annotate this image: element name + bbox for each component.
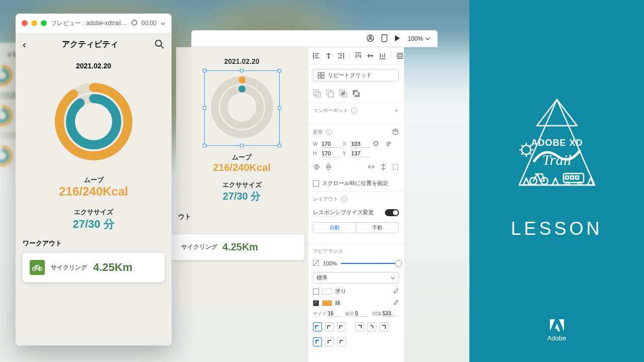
record-icon[interactable]	[131, 20, 137, 27]
svg-rect-8	[382, 35, 387, 42]
zoom-level[interactable]: 100%	[408, 35, 430, 42]
opacity-slider[interactable]	[341, 263, 399, 264]
stroke-swatch[interactable]	[322, 300, 332, 306]
seg-manual[interactable]: 手動	[356, 223, 398, 233]
layout-section-label: レイアウト	[313, 196, 338, 203]
share-icon[interactable]	[366, 34, 374, 44]
exercise-label: エクササイズ	[176, 180, 307, 190]
seg-auto[interactable]: 自動	[313, 223, 356, 233]
boolean-subtract-icon[interactable]	[326, 89, 334, 99]
svg-rect-16	[318, 76, 320, 78]
x-input[interactable]	[351, 140, 370, 148]
y-input[interactable]	[351, 150, 370, 157]
eyedropper-icon[interactable]	[393, 300, 399, 307]
stroke-align-inner-icon[interactable]	[313, 322, 322, 331]
info-icon[interactable]: i	[326, 129, 332, 135]
selected-ring-group[interactable]	[204, 70, 280, 146]
boolean-add-icon[interactable]	[313, 89, 321, 99]
window-traffic-lights[interactable]	[22, 20, 47, 26]
workout-card[interactable]: サイクリング 4.25Km	[23, 253, 165, 282]
lesson-title: LESSON	[511, 218, 602, 239]
fill-checkbox[interactable]	[313, 289, 319, 295]
activity-rings	[16, 73, 172, 168]
move-label: ムーブ	[176, 153, 307, 162]
flip-h-icon[interactable]	[313, 163, 320, 171]
mobile-preview-icon[interactable]	[381, 34, 387, 44]
workout-name-trunc: サイクリング	[181, 243, 217, 251]
boolean-intersect-icon[interactable]	[339, 89, 347, 99]
rotation-value: 0°	[386, 141, 398, 147]
stroke-gap-input[interactable]	[383, 311, 396, 317]
responsive-toggle[interactable]	[385, 209, 399, 216]
join-round-icon[interactable]	[325, 337, 334, 346]
timer-value: 00:00	[141, 20, 156, 27]
fill-swatch[interactable]	[322, 289, 332, 295]
blend-mode-value: 標準	[316, 274, 328, 282]
app-title: アクティビティ	[62, 39, 118, 50]
stroke-align-center-icon[interactable]	[325, 322, 334, 331]
boolean-exclude-icon[interactable]	[352, 89, 360, 99]
xd-preview-window: プレビュー : adobe-xdtrail-less... 00:00 ‹ アク…	[16, 14, 172, 345]
repeat-grid-button[interactable]: リピートグリッド	[313, 69, 399, 81]
join-miter-icon[interactable]	[313, 337, 322, 346]
stroke-align-outer-icon[interactable]	[337, 322, 346, 331]
add-component-button[interactable]: ＋	[394, 107, 399, 114]
height-input[interactable]	[321, 150, 341, 157]
align-v-center-icon[interactable]	[367, 52, 374, 59]
appearance-section-label: アピアランス	[313, 248, 343, 255]
flip-v-icon[interactable]	[325, 163, 332, 171]
align-top-icon[interactable]	[355, 52, 362, 59]
xd-artboard-canvas[interactable]: 2021.02.20 ムーブ216/240Kcal エクササイズ27/30 分 …	[176, 47, 307, 309]
cap-square-icon[interactable]	[379, 322, 388, 331]
search-icon[interactable]	[154, 39, 165, 49]
workout-card-artboard: サイクリング 4.25Km	[163, 234, 304, 260]
rotate-icon[interactable]	[372, 140, 384, 148]
stroke-size-input[interactable]	[328, 311, 341, 317]
responsive-mode-segment[interactable]: 自動 手動	[313, 222, 399, 233]
svg-rect-18	[313, 90, 318, 95]
move-value: 216/240Kcal	[176, 162, 307, 173]
chevron-down-icon[interactable]	[160, 20, 166, 27]
cap-butt-icon[interactable]	[355, 322, 364, 331]
svg-point-45	[578, 182, 581, 185]
blend-mode-select[interactable]: 標準	[313, 272, 399, 284]
align-h-center-icon[interactable]	[325, 52, 332, 59]
repeat-grid-label: リピートグリッド	[328, 71, 372, 79]
align-bottom-icon[interactable]	[379, 52, 386, 59]
close-icon[interactable]	[22, 20, 28, 26]
fix-scroll-checkbox[interactable]	[313, 180, 319, 187]
play-icon[interactable]	[394, 35, 400, 43]
preview-titlebar[interactable]: プレビュー : adobe-xdtrail-less... 00:00	[16, 14, 172, 33]
align-right-icon[interactable]	[337, 52, 344, 59]
opacity-value: 100%	[323, 260, 337, 266]
maximize-icon[interactable]	[41, 20, 47, 26]
component-section-label: コンポーネント	[313, 107, 348, 114]
activity-date: 2021.02.20	[16, 56, 172, 73]
cube-3d-icon[interactable]	[392, 128, 399, 136]
minimize-icon[interactable]	[31, 20, 37, 26]
stroke-label: 線	[335, 299, 341, 307]
exercise-label: エクササイズ	[16, 208, 172, 217]
svg-point-11	[238, 76, 246, 83]
cap-round-icon[interactable]	[367, 322, 376, 331]
distribute-icon[interactable]	[396, 52, 404, 59]
back-button[interactable]: ‹	[23, 39, 26, 50]
flip-h2-icon[interactable]	[368, 163, 375, 171]
align-left-icon[interactable]	[313, 52, 320, 59]
svg-point-44	[566, 182, 569, 185]
svg-rect-28	[393, 164, 398, 169]
transform-section-label: 変形	[313, 129, 323, 136]
flip-v2-icon[interactable]	[380, 163, 387, 171]
stroke-checkbox[interactable]	[313, 300, 319, 306]
opacity-checkbox-icon[interactable]	[313, 260, 319, 267]
info-icon[interactable]: i	[351, 108, 357, 114]
eyedropper-icon[interactable]	[393, 288, 399, 295]
svg-rect-15	[321, 72, 324, 75]
info-icon[interactable]: i	[341, 196, 347, 202]
crop-icon[interactable]	[392, 163, 399, 171]
stroke-dash-input[interactable]	[355, 311, 368, 317]
join-bevel-icon[interactable]	[337, 337, 346, 346]
width-input[interactable]	[321, 140, 341, 148]
svg-rect-14	[318, 72, 320, 75]
ring-unstyled	[209, 74, 275, 142]
